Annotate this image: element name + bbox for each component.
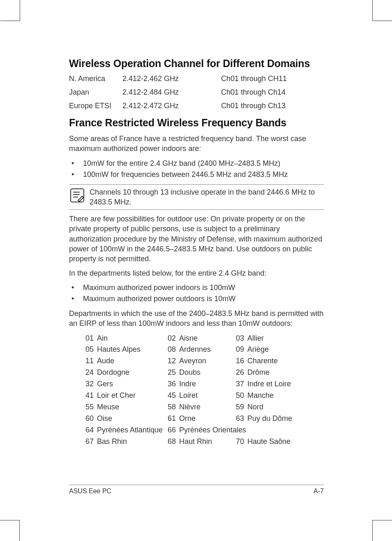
footer-left: ASUS Eee PC — [69, 488, 111, 495]
dept-name: Ardennes — [179, 344, 211, 355]
dept-number: 67 — [85, 436, 97, 448]
dept-number: 11 — [85, 355, 97, 367]
dept-name: Bas Rhin — [97, 436, 127, 448]
dept-name: Pyrénées Atlantique — [97, 425, 163, 436]
paragraph: Departments in which the use of the 2400… — [69, 309, 324, 329]
dept-number: 37 — [236, 378, 247, 390]
dept-cell: 32Gers — [85, 378, 168, 390]
paragraph: There are few possibilities for outdoor … — [69, 214, 324, 264]
list-item: Maximum authorized power outdoors is 10m… — [69, 293, 324, 304]
dept-cell: 02Aisne — [168, 333, 236, 344]
region-cell: N. America — [69, 74, 122, 83]
freq-cell: 2.412-2.462 GHz — [122, 74, 221, 83]
dept-cell: 61Orne — [168, 413, 236, 425]
dept-cell: 25Doubs — [168, 367, 236, 378]
dept-cell: 50Manche — [236, 390, 306, 402]
dept-number: 05 — [85, 344, 97, 355]
dept-name: Ain — [97, 333, 108, 344]
dept-cell: 45Loiret — [168, 390, 236, 402]
bullet-list: 10mW for the entire 2.4 GHz band (2400 M… — [69, 158, 324, 180]
dept-number: 50 — [236, 390, 247, 402]
dept-number: 24 — [85, 367, 97, 378]
note-text: Channels 10 through 13 inclusive operate… — [90, 187, 324, 207]
dept-name: Indre et Loire — [247, 378, 291, 390]
dept-number: 64 — [85, 425, 97, 436]
svg-rect-0 — [71, 189, 84, 202]
dept-name: Loiret — [179, 390, 198, 402]
list-item: 100mW for frequencies between 2446.5 MHz… — [69, 169, 324, 180]
dept-number: 32 — [85, 378, 97, 390]
dept-name: Puy du Dôme — [247, 413, 292, 425]
dept-name: Ariège — [247, 344, 269, 355]
table-row: 01Ain02Aisne03Allier — [85, 333, 324, 344]
dept-number: 12 — [168, 355, 179, 367]
dept-name: Pyrénées Orientales — [179, 425, 246, 436]
dept-cell: 01Ain — [85, 333, 168, 344]
dept-name: Drôme — [247, 367, 270, 378]
footer-right: A-7 — [314, 488, 324, 495]
page-content: Wireless Operation Channel for Different… — [69, 58, 324, 447]
table-row: 67Bas Rhin68Haut Rhin70Haute Saône — [85, 436, 324, 448]
freq-cell: 2.412-2.472 GHz — [122, 102, 221, 110]
dept-number: 08 — [168, 344, 179, 355]
dept-number: 60 — [85, 413, 97, 425]
dept-cell: 55Meuse — [85, 402, 168, 413]
dept-number: 09 — [236, 344, 247, 355]
dept-name: Aveyron — [179, 355, 206, 367]
dept-cell: 36Indre — [168, 378, 236, 390]
note-box: Channels 10 through 13 inclusive operate… — [69, 184, 324, 210]
dept-number: 25 — [168, 367, 179, 378]
dept-number: 36 — [168, 378, 179, 390]
table-row: 55Meuse58Nièvre59Nord — [85, 402, 324, 413]
dept-number: 68 — [168, 436, 179, 448]
channel-cell: Ch01 through CH11 — [221, 74, 324, 83]
list-item: 10mW for the entire 2.4 GHz band (2400 M… — [69, 158, 324, 169]
dept-name: Aisne — [179, 333, 198, 344]
table-row: 64Pyrénées Atlantique66Pyrénées Oriental… — [85, 425, 324, 436]
bullet-list: Maximum authorized power indoors is 100m… — [69, 282, 324, 304]
dept-number: 03 — [236, 333, 247, 344]
dept-cell: 64Pyrénées Atlantique — [85, 425, 168, 436]
table-row: 32Gers36Indre37Indre et Loire — [85, 378, 324, 390]
channel-cell: Ch01 through Ch13 — [221, 102, 324, 110]
table-row: 11Aude12Aveyron16Charente — [85, 355, 324, 367]
dept-name: Manche — [247, 390, 274, 402]
dept-name: Nièvre — [179, 402, 201, 413]
dept-number: 16 — [236, 355, 247, 367]
dept-name: Charente — [247, 355, 278, 367]
dept-number: 63 — [236, 413, 247, 425]
dept-name: Indre — [179, 378, 196, 390]
dept-cell: 67Bas Rhin — [85, 436, 168, 448]
dept-name: Orne — [179, 413, 196, 425]
dept-number: 45 — [168, 390, 179, 402]
dept-cell: 41Loir et Cher — [85, 390, 168, 402]
dept-name: Meuse — [97, 402, 119, 413]
dept-number: 26 — [236, 367, 247, 378]
dept-number: 58 — [168, 402, 179, 413]
dept-cell: 24Dordogne — [85, 367, 168, 378]
dept-cell: 03Allier — [236, 333, 306, 344]
table-row: 41Loir et Cher45Loiret50Manche — [85, 390, 324, 402]
dept-name: Gers — [97, 378, 113, 390]
dept-name: Dordogne — [97, 367, 129, 378]
dept-number: 70 — [236, 436, 247, 448]
departments-table: 01Ain02Aisne03Allier05Hautes Alpes08Arde… — [85, 333, 324, 448]
region-cell: Japan — [69, 88, 122, 97]
table-row: Europe ETSI 2.412-2.472 GHz Ch01 through… — [69, 102, 324, 110]
dept-cell: 26Drôme — [236, 367, 306, 378]
dept-number: 59 — [236, 402, 247, 413]
dept-cell: 60Oise — [85, 413, 168, 425]
dept-cell: 68Haut Rhin — [168, 436, 236, 448]
dept-name: Nord — [247, 402, 263, 413]
dept-name: Doubs — [179, 367, 201, 378]
heading-wireless-domains: Wireless Operation Channel for Different… — [69, 58, 324, 70]
table-row: N. America 2.412-2.462 GHz Ch01 through … — [69, 74, 324, 83]
dept-cell: 63Puy du Dôme — [236, 413, 306, 425]
note-icon — [69, 187, 85, 204]
dept-cell: 12Aveyron — [168, 355, 236, 367]
dept-name: Allier — [247, 333, 264, 344]
paragraph: Some areas of France have a restricted f… — [69, 134, 324, 154]
dept-cell: 05Hautes Alpes — [85, 344, 168, 355]
dept-name: Aude — [97, 355, 114, 367]
dept-name: Loir et Cher — [97, 390, 136, 402]
